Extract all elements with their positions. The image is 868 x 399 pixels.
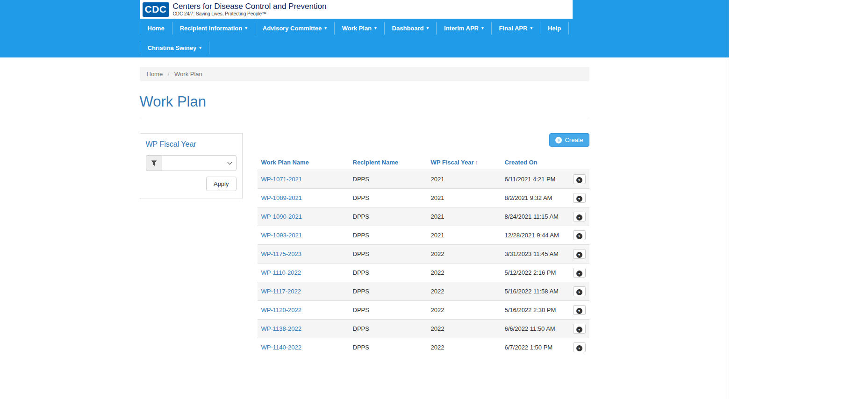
chevron-down-circle-icon: ▾ [576, 233, 582, 239]
created-on-cell: 6/7/2022 1:50 PM [501, 338, 569, 357]
filter-button[interactable] [146, 155, 162, 171]
table-row: WP-1093-2021 DPPS 2021 12/28/2021 9:44 A… [258, 226, 589, 245]
chevron-down-icon: ▾ [530, 26, 532, 30]
chevron-down-circle-icon: ▾ [576, 327, 582, 333]
nav-item-work-plan[interactable]: Work Plan ▾ [334, 22, 384, 35]
table-row: WP-1120-2022 DPPS 2022 5/16/2022 2:30 PM… [258, 301, 589, 320]
column-header-created-on[interactable]: Created On [501, 155, 569, 170]
table-row: WP-1071-2021 DPPS 2021 6/11/2021 4:21 PM… [258, 170, 589, 189]
table-row: WP-1090-2021 DPPS 2021 8/24/2021 11:15 A… [258, 207, 589, 226]
nav-item-interim-apr[interactable]: Interim APR ▾ [436, 22, 491, 35]
fiscal-year-cell: 2021 [427, 207, 501, 226]
create-button[interactable]: + Create [549, 133, 589, 147]
work-plan-link[interactable]: WP-1117-2022 [261, 288, 301, 295]
nav-item-label: Recipient Information [180, 25, 243, 32]
nav-item-label: Advisory Committee [263, 25, 322, 32]
nav-item-label: Help [548, 25, 561, 32]
created-on-cell: 5/16/2022 2:30 PM [501, 301, 569, 320]
fiscal-year-cell: 2022 [427, 320, 501, 338]
nav-item-home[interactable]: Home [140, 22, 172, 35]
cdc-logo-banner: CDC Centers for Disease Control and Prev… [140, 0, 573, 19]
nav-item-label: Dashboard [392, 25, 424, 32]
row-actions-button[interactable]: ▾ [573, 268, 586, 278]
apply-button[interactable]: Apply [206, 177, 237, 191]
funnel-icon [151, 160, 157, 166]
nav-item-recipient-information[interactable]: Recipient Information ▾ [172, 22, 255, 35]
work-plan-table-area: + Create Work Plan Name Recipient Name W… [258, 133, 589, 356]
work-plan-link[interactable]: WP-1120-2022 [261, 306, 301, 314]
row-actions-button[interactable]: ▾ [573, 193, 586, 203]
fiscal-year-filter-panel: WP Fiscal Year Apply [140, 133, 243, 199]
browser-viewport: CDC Centers for Disease Control and Prev… [0, 0, 729, 399]
nav-item-help[interactable]: Help [540, 22, 569, 35]
row-actions-button[interactable]: ▾ [573, 249, 586, 259]
created-on-cell: 5/12/2022 2:16 PM [501, 264, 569, 282]
nav-item-dashboard[interactable]: Dashboard ▾ [384, 22, 436, 35]
work-plan-link[interactable]: WP-1089-2021 [261, 194, 302, 201]
recipient-cell: DPPS [349, 301, 427, 320]
work-plan-link[interactable]: WP-1071-2021 [261, 176, 302, 183]
work-plan-link[interactable]: WP-1140-2022 [261, 344, 301, 351]
chevron-down-icon: ▾ [481, 26, 484, 30]
row-actions-button[interactable]: ▾ [573, 230, 586, 240]
recipient-cell: DPPS [349, 338, 427, 357]
recipient-cell: DPPS [349, 245, 427, 264]
table-row: WP-1175-2023 DPPS 2022 3/31/2023 11:45 A… [258, 245, 589, 264]
fiscal-year-cell: 2022 [427, 282, 501, 301]
recipient-cell: DPPS [349, 189, 427, 207]
table-row: WP-1089-2021 DPPS 2021 8/2/2021 9:32 AM … [258, 189, 589, 207]
chevron-down-icon: ▾ [324, 26, 327, 30]
column-header-label: WP Fiscal Year [431, 159, 474, 166]
user-navigation: Christina Swiney ▾ [140, 42, 589, 54]
chevron-down-icon: ▾ [374, 26, 377, 30]
column-header-wp-fiscal-year[interactable]: WP Fiscal Year↑ [427, 155, 501, 170]
breadcrumb-home[interactable]: Home [147, 71, 163, 78]
title-divider [140, 118, 589, 118]
fiscal-year-select[interactable] [162, 155, 237, 171]
column-header-work-plan-name[interactable]: Work Plan Name [258, 155, 349, 170]
column-header-recipient-name[interactable]: Recipient Name [349, 155, 427, 170]
chevron-down-circle-icon: ▾ [576, 271, 582, 277]
table-row: WP-1140-2022 DPPS 2022 6/7/2022 1:50 PM … [258, 338, 589, 357]
row-actions-button[interactable]: ▾ [573, 324, 586, 334]
user-menu[interactable]: Christina Swiney ▾ [140, 42, 209, 54]
nav-item-label: Home [148, 25, 165, 32]
row-actions-button[interactable]: ▾ [573, 174, 586, 184]
nav-item-label: Work Plan [342, 25, 372, 32]
recipient-cell: DPPS [349, 207, 427, 226]
recipient-cell: DPPS [349, 282, 427, 301]
work-plan-link[interactable]: WP-1093-2021 [261, 232, 302, 239]
table-header-row: Work Plan Name Recipient Name WP Fiscal … [258, 155, 589, 170]
work-plan-link[interactable]: WP-1110-2022 [261, 269, 301, 276]
recipient-cell: DPPS [349, 226, 427, 245]
row-actions-button[interactable]: ▾ [573, 212, 586, 221]
row-actions-button[interactable]: ▾ [573, 342, 586, 352]
created-on-cell: 6/6/2022 11:50 AM [501, 320, 569, 338]
page-title: Work Plan [140, 93, 589, 110]
main-content: Home / Work Plan Work Plan WP Fiscal Yea… [140, 57, 589, 356]
nav-item-advisory-committee[interactable]: Advisory Committee ▾ [255, 22, 334, 35]
chevron-down-icon: ▾ [199, 46, 201, 50]
row-actions-button[interactable]: ▾ [573, 305, 586, 315]
created-on-cell: 8/24/2021 11:15 AM [501, 207, 569, 226]
chevron-down-circle-icon: ▾ [576, 252, 582, 258]
table-row: WP-1138-2022 DPPS 2022 6/6/2022 11:50 AM… [258, 320, 589, 338]
work-plan-link[interactable]: WP-1138-2022 [261, 325, 301, 332]
fiscal-year-cell: 2022 [427, 301, 501, 320]
nav-item-final-apr[interactable]: Final APR ▾ [491, 22, 540, 35]
cdc-logo: CDC [143, 2, 169, 17]
work-plan-link[interactable]: WP-1090-2021 [261, 213, 302, 220]
cdc-tagline: CDC 24/7: Saving Lives, Protecting Peopl… [173, 11, 327, 17]
row-actions-button[interactable]: ▾ [573, 286, 586, 296]
chevron-down-circle-icon: ▾ [576, 177, 582, 183]
chevron-down-circle-icon: ▾ [576, 345, 582, 351]
fiscal-year-cell: 2022 [427, 264, 501, 282]
column-header-actions [569, 155, 589, 170]
user-menu-label: Christina Swiney [148, 44, 197, 51]
created-on-cell: 3/31/2023 11:45 AM [501, 245, 569, 264]
created-on-cell: 12/28/2021 9:44 AM [501, 226, 569, 245]
created-on-cell: 8/2/2021 9:32 AM [501, 189, 569, 207]
nav-item-label: Final APR [499, 25, 528, 32]
table-row: WP-1110-2022 DPPS 2022 5/12/2022 2:16 PM… [258, 264, 589, 282]
work-plan-link[interactable]: WP-1175-2023 [261, 250, 301, 257]
